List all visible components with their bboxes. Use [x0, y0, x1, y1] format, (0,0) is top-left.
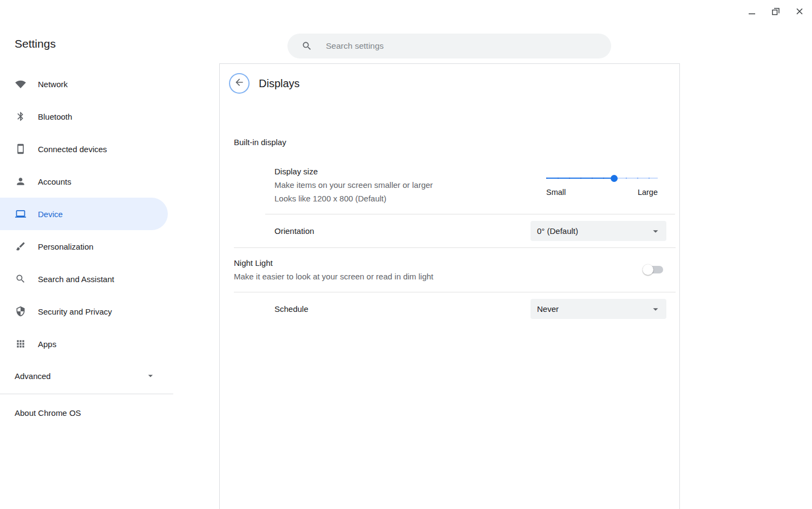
sidebar-item-security-and-privacy[interactable]: Security and Privacy [0, 295, 219, 328]
sidebar-item-label: Accounts [38, 177, 71, 186]
page-title: Displays [259, 77, 300, 90]
back-button[interactable] [229, 73, 250, 94]
search-icon [302, 41, 312, 51]
shield-icon [15, 306, 26, 317]
orientation-value: 0° (Default) [537, 226, 578, 236]
wifi-icon [15, 79, 26, 89]
restore-button[interactable] [769, 4, 783, 18]
sidebar-item-label: Bluetooth [38, 112, 72, 121]
sidebar-item-device[interactable]: Device [0, 198, 168, 230]
display-size-description: Make items on your screen smaller or lar… [274, 178, 433, 192]
display-size-text: Display size Make items on your screen s… [274, 165, 433, 205]
schedule-dropdown[interactable]: Never [531, 299, 666, 319]
arrow-back-icon [234, 77, 245, 90]
chevron-down-icon [650, 225, 662, 237]
schedule-label: Schedule [274, 304, 309, 314]
sidebar-item-label: Security and Privacy [38, 307, 112, 316]
night-light-title: Night Light [234, 256, 434, 270]
page-header: Displays [220, 64, 679, 94]
bluetooth-icon [15, 111, 26, 122]
sidebar: Network Bluetooth Connected devices Acco… [0, 63, 219, 417]
toggle-knob [643, 264, 653, 275]
sidebar-item-connected-devices[interactable]: Connected devices [0, 133, 219, 165]
app-title: Settings [15, 37, 56, 50]
orientation-row: Orientation 0° (Default) [220, 214, 679, 247]
minimize-button[interactable] [745, 4, 759, 18]
laptop-icon [15, 208, 26, 219]
night-light-text: Night Light Make it easier to look at yo… [234, 256, 434, 283]
sidebar-item-apps[interactable]: Apps [0, 328, 219, 360]
display-size-slider-block: Small Large [546, 165, 658, 205]
sidebar-item-personalization[interactable]: Personalization [0, 230, 219, 263]
sidebar-item-bluetooth[interactable]: Bluetooth [0, 100, 219, 133]
advanced-label: Advanced [15, 371, 51, 381]
sidebar-item-label: Device [38, 210, 63, 219]
orientation-label: Orientation [274, 226, 314, 236]
display-size-row: Display size Make items on your screen s… [220, 165, 679, 205]
sidebar-item-label: Network [38, 80, 68, 89]
schedule-row: Schedule Never [220, 292, 679, 325]
display-size-slider-active [546, 178, 614, 179]
night-light-subtitle: Make it easier to look at your screen or… [234, 270, 434, 283]
night-light-toggle[interactable] [644, 265, 663, 274]
slider-min-label: Small [546, 188, 566, 197]
slider-max-label: Large [638, 188, 658, 197]
display-size-current: Looks like 1200 x 800 (Default) [274, 192, 433, 205]
sidebar-item-label: Personalization [38, 242, 94, 251]
search-icon [15, 273, 26, 284]
brush-icon [15, 241, 26, 252]
close-button[interactable] [793, 4, 807, 18]
search-bar[interactable] [287, 34, 611, 58]
sidebar-item-label: Connected devices [38, 145, 107, 154]
chevron-down-icon [145, 370, 156, 381]
night-light-row: Night Light Make it easier to look at yo… [220, 248, 679, 292]
sidebar-item-label: Apps [38, 340, 56, 349]
smartphone-icon [15, 143, 26, 154]
apps-grid-icon [15, 338, 26, 349]
display-size-slider-thumb[interactable] [611, 175, 618, 182]
search-input[interactable] [325, 41, 600, 51]
person-icon [15, 176, 26, 187]
display-size-slider[interactable] [546, 174, 658, 182]
slider-labels: Small Large [546, 188, 658, 197]
window-controls [745, 4, 807, 18]
chevron-down-icon [650, 303, 662, 315]
content-panel: Displays Built-in display Display size M… [219, 63, 680, 509]
orientation-dropdown[interactable]: 0° (Default) [531, 221, 666, 241]
sidebar-item-network[interactable]: Network [0, 68, 219, 100]
sidebar-item-search-and-assistant[interactable]: Search and Assistant [0, 263, 219, 295]
sidebar-item-about-chrome-os[interactable]: About Chrome OS [0, 394, 219, 417]
display-size-title: Display size [274, 165, 433, 178]
schedule-value: Never [537, 304, 559, 314]
sidebar-item-label: Search and Assistant [38, 275, 114, 284]
section-title: Built-in display [234, 138, 679, 147]
sidebar-advanced-toggle[interactable]: Advanced [0, 361, 168, 390]
sidebar-item-accounts[interactable]: Accounts [0, 165, 219, 198]
